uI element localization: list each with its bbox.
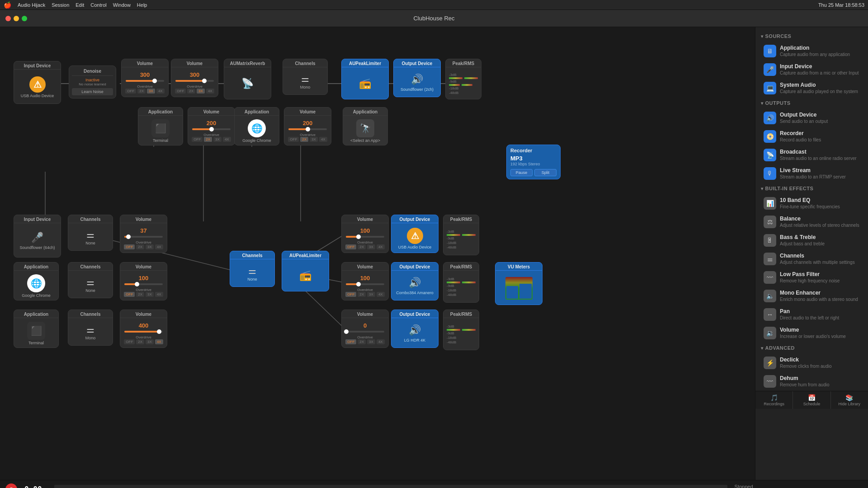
- volume9-slider[interactable]: [124, 331, 163, 333]
- node-aupeak-mid[interactable]: AUPeakLimiter 📻: [282, 251, 329, 291]
- node-peak3[interactable]: Peak/RMS -3dB -9dB -18dB -48dB: [443, 262, 479, 303]
- sidebar-volume[interactable]: 🔉 Volume Increase or lower audio's volum…: [758, 324, 865, 342]
- vol1-off[interactable]: OFF: [125, 89, 136, 94]
- volume3-slider[interactable]: [192, 128, 231, 130]
- node-vu-meters[interactable]: VU Meters: [495, 262, 542, 305]
- node-input-device-top[interactable]: Input Device ⚠ USB Audio Device: [14, 61, 61, 104]
- sidebar-output-device[interactable]: 🔊 Output Device Send audio to an output: [758, 109, 865, 127]
- node-output-top[interactable]: Output Device 🔊 Soundflower (2ch): [393, 59, 441, 97]
- node-channels-top[interactable]: Channels ⚌ Mono: [283, 59, 328, 95]
- vol2-2x[interactable]: 2X: [187, 89, 195, 94]
- volume4-slider[interactable]: [288, 128, 327, 130]
- volume2-slider[interactable]: [175, 80, 214, 82]
- vol8-4x[interactable]: 4X: [377, 292, 385, 297]
- vol10-2x[interactable]: 2X: [358, 339, 366, 344]
- node-output-combo[interactable]: Output Device 🔊 Combo384 Amanero: [391, 262, 439, 300]
- record-button[interactable]: [5, 483, 17, 488]
- vol2-4x[interactable]: 4X: [206, 89, 214, 94]
- vol7-off[interactable]: OFF: [124, 292, 135, 297]
- vol7-4x[interactable]: 4X: [155, 292, 163, 297]
- sidebar-pan[interactable]: ↔ Pan Direct audio to the left or right: [758, 305, 865, 324]
- node-app-select[interactable]: Application 🔭 <Select an App>: [343, 107, 388, 145]
- menu-help[interactable]: Help: [137, 2, 147, 8]
- node-volume8[interactable]: Volume 100 Overdrive OFF 2X 3X 4X: [341, 262, 389, 300]
- vol2-off[interactable]: OFF: [175, 89, 186, 94]
- minimize-button[interactable]: [14, 16, 19, 21]
- fullscreen-button[interactable]: [22, 16, 27, 21]
- node-channels-mono[interactable]: Channels ⚌ Mono: [68, 310, 113, 346]
- node-volume7[interactable]: Volume 100 Overdrive OFF 2X 3X 4X: [120, 262, 167, 300]
- vol10-3x[interactable]: 3X: [367, 339, 375, 344]
- node-volume1[interactable]: Volume 300 Overdrive OFF 2X 3X 4X: [121, 59, 169, 97]
- node-aupeak-top[interactable]: AUPeakLimiter 📻: [341, 59, 389, 99]
- volume8-slider[interactable]: [346, 283, 384, 285]
- menu-session[interactable]: Session: [52, 2, 69, 8]
- recorder-pause-btn[interactable]: Pause: [510, 169, 533, 176]
- vol6-2x[interactable]: 2X: [358, 244, 366, 249]
- vol5-off[interactable]: OFF: [124, 244, 135, 249]
- vol3-3x[interactable]: 3X: [213, 137, 222, 142]
- node-peak4[interactable]: Peak/RMS -3dB -9dB -18dB -48dB: [443, 310, 479, 350]
- vol4-4x[interactable]: 4X: [319, 137, 327, 142]
- node-volume6[interactable]: Volume 100 Overdrive OFF 2X 3X 4X: [341, 215, 389, 253]
- vol4-3x[interactable]: 3X: [310, 137, 318, 142]
- vol6-off[interactable]: OFF: [345, 244, 356, 249]
- sidebar-mono-enhancer[interactable]: 🔈 Mono Enhancer Enrich mono audio with a…: [758, 287, 865, 305]
- node-volume9[interactable]: Volume 400 Overdrive OFF 2X 3X 4X: [120, 310, 167, 348]
- node-app-terminal2[interactable]: Application ⬛ Terminal: [14, 310, 59, 348]
- vol5-3x[interactable]: 3X: [146, 244, 154, 249]
- schedule-btn[interactable]: 📅 Schedule: [793, 391, 830, 409]
- vol7-3x[interactable]: 3X: [146, 292, 154, 297]
- node-volume3[interactable]: Volume 200 Overdrive OFF 2X 3X 4X: [188, 107, 235, 145]
- hide-library-btn[interactable]: 📚 Hide Library: [831, 391, 868, 409]
- sidebar-balance[interactable]: ⚖ Balance Adjust relative levels of ster…: [758, 213, 865, 231]
- menu-control[interactable]: Control: [90, 2, 106, 8]
- vol4-off[interactable]: OFF: [288, 137, 299, 142]
- node-input-soundflower[interactable]: Input Device 🎤 Soundflower (64ch): [14, 215, 61, 258]
- node-output-lg[interactable]: Output Device 🔊 LG HDR 4K: [391, 310, 439, 348]
- sidebar-bass-treble[interactable]: 🎚 Bass & Treble Adjust bass and treble: [758, 231, 865, 249]
- vol3-4x[interactable]: 4X: [223, 137, 231, 142]
- close-button[interactable]: [5, 16, 11, 21]
- vol8-3x[interactable]: 3X: [367, 292, 375, 297]
- recorder-split-btn[interactable]: Split: [534, 169, 557, 176]
- sidebar-recorder[interactable]: 📀 Recorder Record audio to files: [758, 127, 865, 145]
- sidebar-10band-eq[interactable]: 📊 10 Band EQ Fine-tune specific frequenc…: [758, 194, 865, 212]
- node-volume2[interactable]: Volume 300 Overdrive OFF 2X 3X 4X: [171, 59, 218, 97]
- node-volume5[interactable]: Volume 37 Overdrive OFF 2X 3X 4X: [120, 215, 167, 253]
- node-channels-none2[interactable]: Channels ⚌ None: [68, 262, 113, 298]
- volume6-slider[interactable]: [346, 236, 384, 238]
- volume1-slider[interactable]: [126, 80, 164, 82]
- vol2-3x[interactable]: 3X: [197, 89, 205, 94]
- vol8-off[interactable]: OFF: [345, 292, 356, 297]
- vol10-4x[interactable]: 4X: [377, 339, 385, 344]
- vol3-off[interactable]: OFF: [192, 137, 203, 142]
- apple-menu[interactable]: 🍎: [4, 1, 11, 9]
- sidebar-broadcast[interactable]: 📡 Broadcast Stream audio to an online ra…: [758, 146, 865, 164]
- node-channels-mid[interactable]: Channels ⚌ None: [230, 251, 275, 287]
- vol3-2x[interactable]: 2X: [204, 137, 212, 142]
- menu-window[interactable]: Window: [113, 2, 131, 8]
- node-output-usb[interactable]: Output Device ⚠ USB Audio Device: [391, 215, 439, 253]
- sidebar-source-system[interactable]: 💻 System Audio Capture all audio played …: [758, 79, 865, 97]
- node-volume4[interactable]: Volume 200 Overdrive OFF 2X 3X 4X: [284, 107, 331, 145]
- vol4-2x[interactable]: 2X: [300, 137, 308, 142]
- vol1-3x[interactable]: 3X: [147, 89, 155, 94]
- vol10-off[interactable]: OFF: [345, 339, 356, 344]
- learn-noise-button[interactable]: Learn Noise: [72, 88, 113, 95]
- vol9-3x[interactable]: 3X: [146, 339, 154, 344]
- sidebar-lowpass[interactable]: 〰 Low Pass Filter Remove high frequency …: [758, 268, 865, 286]
- node-channels-none1[interactable]: Channels ⚌ None: [68, 215, 113, 251]
- sidebar-channels[interactable]: ⚌ Channels Adjust channels with multiple…: [758, 250, 865, 268]
- node-volume10[interactable]: Volume 0 Overdrive OFF 2X 3X 4X: [341, 310, 389, 348]
- vol9-2x[interactable]: 2X: [136, 339, 144, 344]
- volume5-slider[interactable]: [124, 236, 163, 238]
- node-denoise[interactable]: Denoise Inactive No noise learned Learn …: [69, 66, 116, 99]
- sidebar-dehum[interactable]: 〰 Dehum Remove hum from audio: [758, 372, 865, 390]
- vol5-2x[interactable]: 2X: [136, 244, 144, 249]
- node-peak-top[interactable]: Peak/RMS -3dB -9dB -18dB -48dB: [445, 59, 481, 99]
- node-aumatrix[interactable]: AUMatrixReverb 📡: [224, 59, 271, 99]
- volume10-slider[interactable]: [346, 331, 384, 333]
- vol9-off[interactable]: OFF: [124, 339, 135, 344]
- vol9-4x[interactable]: 4X: [155, 339, 163, 344]
